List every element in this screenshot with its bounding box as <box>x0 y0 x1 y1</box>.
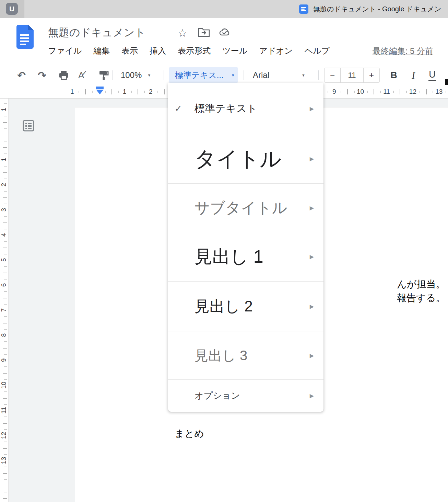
paint-format-button[interactable] <box>97 65 110 85</box>
menu-item[interactable]: 表示形式 <box>178 45 211 56</box>
style-option-title[interactable]: タイトル▶ <box>168 134 323 183</box>
ruler-number: 2 <box>0 181 8 189</box>
ruler-tick <box>4 216 7 217</box>
ruler-tick <box>4 442 7 442</box>
decrease-font-button[interactable]: − <box>325 68 340 82</box>
ruler-tick <box>4 329 7 330</box>
ruler-number: 2 <box>145 88 156 95</box>
ruler-tick <box>4 354 7 355</box>
menu-item[interactable]: ファイル <box>48 45 82 56</box>
underline-button[interactable]: U <box>425 65 439 85</box>
ruler-tick <box>164 89 165 94</box>
browser-tab[interactable]: 無題のドキュメント - Google ドキュメン <box>299 0 441 18</box>
style-option-label: タイトル <box>194 145 282 173</box>
indent-marker[interactable] <box>96 87 104 94</box>
toolbar-separator <box>318 70 319 80</box>
ruler-number: 1 <box>0 156 8 163</box>
submenu-arrow-icon: ▶ <box>310 392 314 399</box>
ruler-tick <box>3 122 7 123</box>
undo-button[interactable]: ↶ <box>17 65 26 85</box>
style-option-h2[interactable]: 見出し 2▶ <box>168 281 323 331</box>
italic-button[interactable]: I <box>406 65 420 85</box>
ruler-number: 4 <box>0 231 8 239</box>
font-size-input[interactable]: 11 <box>340 68 364 82</box>
ruler-tick <box>4 429 7 430</box>
submenu-arrow-icon: ▶ <box>310 352 314 359</box>
font-size-group: − 11 + <box>324 68 380 83</box>
ruler-tick <box>144 91 145 93</box>
ruler-tick <box>4 316 7 317</box>
style-option-h1[interactable]: 見出し 1▶ <box>168 232 323 281</box>
ruler-number: 9 <box>329 88 339 95</box>
ruler-tick <box>3 323 7 323</box>
ruler-tick <box>3 373 7 374</box>
toolbar-separator <box>244 70 244 80</box>
ruler-number: 1 <box>0 106 8 113</box>
ruler-tick <box>4 266 7 267</box>
style-option-subtitle[interactable]: サブタイトル▶ <box>168 183 323 232</box>
zoom-select[interactable]: 100%▼ <box>121 65 151 85</box>
doc-line: まとめ <box>175 427 243 441</box>
menu-item[interactable]: ツール <box>222 45 247 56</box>
cut-off-button[interactable] <box>445 79 448 85</box>
style-option-option[interactable]: オプション▶ <box>168 379 323 412</box>
ruler-tick <box>4 341 7 342</box>
ruler-tick <box>3 348 7 349</box>
last-edit-link[interactable]: 最終編集: 5 分前 <box>373 46 433 57</box>
increase-font-button[interactable]: + <box>364 68 379 82</box>
menu-item[interactable]: 表示 <box>121 45 138 56</box>
docs-header: 無題のドキュメント ☆ ファイル編集表示挿入表示形式ツールアドオンヘルプ 最終編… <box>0 18 448 65</box>
ruler-tick <box>433 91 433 93</box>
menu-item[interactable]: ヘルプ <box>305 45 330 56</box>
left-indent-handle[interactable] <box>96 90 104 94</box>
check-icon: ✓ <box>175 103 182 114</box>
outline-toggle-button[interactable] <box>21 118 36 133</box>
style-option-h3[interactable]: 見出し 3▶ <box>168 331 323 379</box>
cloud-status-icon[interactable] <box>218 27 232 37</box>
ruler-tick <box>4 404 7 405</box>
menu-item[interactable]: アドオン <box>259 45 293 56</box>
ruler-tick <box>393 91 394 93</box>
ruler-number: 11 <box>0 407 8 414</box>
ruler-number: 10 <box>355 88 366 95</box>
toolbar: ↶ ↷ A✓ 100%▼ 標準テキス...▼ <box>0 65 448 86</box>
ruler-tick <box>111 89 112 94</box>
submenu-arrow-icon: ▶ <box>310 205 314 211</box>
menu-item[interactable]: 編集 <box>93 45 110 56</box>
ruler-tick <box>4 241 7 242</box>
ruler-tick <box>3 197 7 198</box>
doc-line <box>175 413 243 427</box>
ruler-tick <box>328 91 328 93</box>
ruler-tick <box>426 89 427 94</box>
styles-select[interactable]: 標準テキス...▼ <box>169 67 238 83</box>
submenu-arrow-icon: ▶ <box>310 156 314 162</box>
redo-button[interactable]: ↷ <box>38 65 46 85</box>
style-option-label: 見出し 3 <box>194 346 247 365</box>
ruler-number: 1 <box>67 88 77 95</box>
ruler-number: 5 <box>0 256 8 264</box>
ruler-tick <box>3 423 7 424</box>
ruler-tick <box>380 91 381 93</box>
bold-button[interactable]: B <box>387 65 401 85</box>
ruler-tick <box>4 391 7 392</box>
ruler-tick <box>4 291 7 292</box>
star-button[interactable]: ☆ <box>178 27 187 39</box>
move-folder-button[interactable] <box>198 27 211 38</box>
menu-item[interactable]: 挿入 <box>150 45 166 56</box>
submenu-arrow-icon: ▶ <box>310 253 314 260</box>
ruler-number: 3 <box>0 206 8 214</box>
ruler-tick <box>105 91 106 93</box>
ruler-tick <box>4 479 7 480</box>
ruler-tick <box>3 498 7 499</box>
doc-text-fragment: んが担当。 <box>397 277 445 291</box>
print-button[interactable] <box>58 65 70 85</box>
docs-logo-icon[interactable] <box>16 25 34 49</box>
menu-bar: ファイル編集表示挿入表示形式ツールアドオンヘルプ <box>48 45 330 56</box>
style-option-normal[interactable]: ✓標準テキスト▶ <box>168 83 323 134</box>
app-icon[interactable]: U <box>6 3 18 15</box>
ruler-tick <box>367 91 368 93</box>
font-select[interactable]: Arial ▼ <box>253 65 305 85</box>
document-title[interactable]: 無題のドキュメント <box>48 25 145 40</box>
first-line-indent-handle[interactable] <box>96 87 104 89</box>
chevron-down-icon: ▼ <box>302 73 305 77</box>
